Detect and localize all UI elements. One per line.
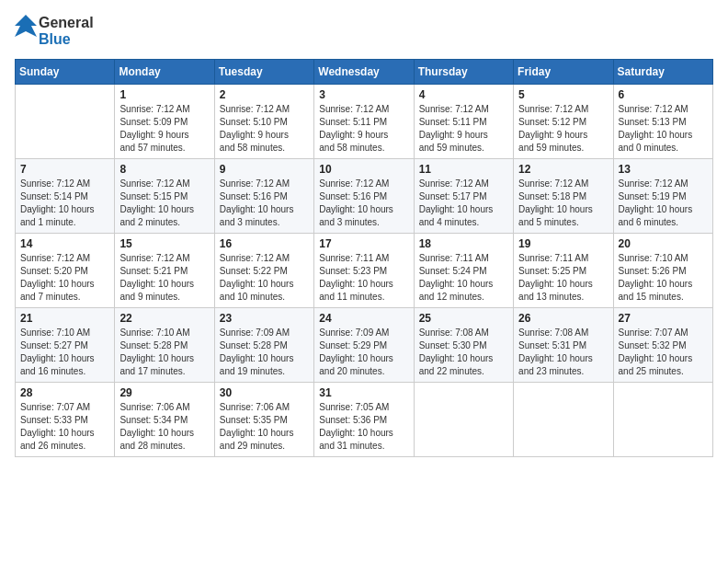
day-number: 25 [419,312,508,325]
weekday-header-thursday: Thursday [414,60,513,85]
day-info: Sunrise: 7:06 AM Sunset: 5:34 PM Dayligh… [119,401,209,453]
calendar-week-row: 21Sunrise: 7:10 AM Sunset: 5:27 PM Dayli… [16,308,713,383]
calendar-week-row: 14Sunrise: 7:12 AM Sunset: 5:20 PM Dayli… [16,234,713,308]
weekday-header-wednesday: Wednesday [314,60,414,85]
calendar-week-row: 28Sunrise: 7:07 AM Sunset: 5:33 PM Dayli… [16,383,713,457]
day-info: Sunrise: 7:12 AM Sunset: 5:20 PM Dayligh… [20,252,109,304]
calendar-cell [514,383,613,457]
calendar-cell: 14Sunrise: 7:12 AM Sunset: 5:20 PM Dayli… [16,234,115,308]
svg-marker-0 [15,15,37,37]
calendar-cell: 6Sunrise: 7:12 AM Sunset: 5:13 PM Daylig… [613,85,712,159]
calendar-cell: 18Sunrise: 7:11 AM Sunset: 5:24 PM Dayli… [414,234,513,308]
day-number: 20 [619,237,708,250]
day-number: 21 [20,312,109,325]
day-number: 7 [20,163,109,176]
weekday-header-sunday: Sunday [16,60,115,85]
calendar-cell: 25Sunrise: 7:08 AM Sunset: 5:30 PM Dayli… [414,308,513,383]
day-info: Sunrise: 7:08 AM Sunset: 5:31 PM Dayligh… [518,327,608,378]
day-number: 11 [419,163,508,176]
calendar-cell: 15Sunrise: 7:12 AM Sunset: 5:21 PM Dayli… [115,234,214,308]
calendar-cell: 28Sunrise: 7:07 AM Sunset: 5:33 PM Dayli… [16,383,115,457]
calendar-cell: 11Sunrise: 7:12 AM Sunset: 5:17 PM Dayli… [414,159,513,234]
day-info: Sunrise: 7:12 AM Sunset: 5:11 PM Dayligh… [419,103,508,155]
calendar-cell: 5Sunrise: 7:12 AM Sunset: 5:12 PM Daylig… [514,85,613,159]
calendar-cell: 27Sunrise: 7:07 AM Sunset: 5:32 PM Dayli… [613,308,712,383]
calendar-cell: 13Sunrise: 7:12 AM Sunset: 5:19 PM Dayli… [613,159,712,234]
day-info: Sunrise: 7:11 AM Sunset: 5:23 PM Dayligh… [319,252,408,304]
calendar-week-row: 7Sunrise: 7:12 AM Sunset: 5:14 PM Daylig… [16,159,713,234]
day-number: 16 [220,237,309,250]
calendar-week-row: 1Sunrise: 7:12 AM Sunset: 5:09 PM Daylig… [16,85,713,159]
day-number: 17 [319,237,408,250]
day-number: 8 [119,163,209,176]
logo-bird-icon [15,15,37,48]
day-number: 24 [319,312,408,325]
calendar-cell: 10Sunrise: 7:12 AM Sunset: 5:16 PM Dayli… [314,159,414,234]
calendar-header-row: SundayMondayTuesdayWednesdayThursdayFrid… [16,60,713,85]
logo: General Blue [15,15,94,48]
day-info: Sunrise: 7:12 AM Sunset: 5:12 PM Dayligh… [518,103,608,155]
day-number: 29 [119,386,209,399]
day-info: Sunrise: 7:12 AM Sunset: 5:09 PM Dayligh… [119,103,209,155]
calendar-cell: 21Sunrise: 7:10 AM Sunset: 5:27 PM Dayli… [16,308,115,383]
day-info: Sunrise: 7:10 AM Sunset: 5:28 PM Dayligh… [119,327,209,378]
calendar-cell: 17Sunrise: 7:11 AM Sunset: 5:23 PM Dayli… [314,234,414,308]
calendar-cell: 24Sunrise: 7:09 AM Sunset: 5:29 PM Dayli… [314,308,414,383]
day-number: 31 [319,386,408,399]
day-number: 28 [20,386,109,399]
calendar-cell: 30Sunrise: 7:06 AM Sunset: 5:35 PM Dayli… [214,383,313,457]
calendar-cell: 7Sunrise: 7:12 AM Sunset: 5:14 PM Daylig… [16,159,115,234]
day-info: Sunrise: 7:09 AM Sunset: 5:28 PM Dayligh… [220,327,309,378]
calendar-cell: 20Sunrise: 7:10 AM Sunset: 5:26 PM Dayli… [613,234,712,308]
day-number: 12 [518,163,608,176]
calendar-cell [414,383,513,457]
calendar-cell: 2Sunrise: 7:12 AM Sunset: 5:10 PM Daylig… [214,85,313,159]
weekday-header-saturday: Saturday [613,60,712,85]
calendar-cell: 23Sunrise: 7:09 AM Sunset: 5:28 PM Dayli… [214,308,313,383]
day-info: Sunrise: 7:12 AM Sunset: 5:17 PM Dayligh… [419,178,508,229]
day-info: Sunrise: 7:05 AM Sunset: 5:36 PM Dayligh… [319,401,408,453]
day-info: Sunrise: 7:06 AM Sunset: 5:35 PM Dayligh… [220,401,309,453]
calendar-cell: 3Sunrise: 7:12 AM Sunset: 5:11 PM Daylig… [314,85,414,159]
calendar-cell: 16Sunrise: 7:12 AM Sunset: 5:22 PM Dayli… [214,234,313,308]
day-number: 27 [619,312,708,325]
day-info: Sunrise: 7:11 AM Sunset: 5:24 PM Dayligh… [419,252,508,304]
calendar-cell [16,85,115,159]
calendar-cell: 1Sunrise: 7:12 AM Sunset: 5:09 PM Daylig… [115,85,214,159]
calendar-cell: 4Sunrise: 7:12 AM Sunset: 5:11 PM Daylig… [414,85,513,159]
day-number: 2 [220,88,309,101]
day-info: Sunrise: 7:12 AM Sunset: 5:16 PM Dayligh… [220,178,309,229]
header: General Blue [15,15,713,48]
day-number: 14 [20,237,109,250]
day-info: Sunrise: 7:10 AM Sunset: 5:26 PM Dayligh… [619,252,708,304]
day-number: 3 [319,88,408,101]
day-info: Sunrise: 7:12 AM Sunset: 5:22 PM Dayligh… [220,252,309,304]
day-number: 26 [518,312,608,325]
day-info: Sunrise: 7:07 AM Sunset: 5:33 PM Dayligh… [20,401,109,453]
day-info: Sunrise: 7:12 AM Sunset: 5:13 PM Dayligh… [619,103,708,155]
day-info: Sunrise: 7:08 AM Sunset: 5:30 PM Dayligh… [419,327,508,378]
day-number: 23 [220,312,309,325]
day-number: 15 [119,237,209,250]
calendar-cell: 8Sunrise: 7:12 AM Sunset: 5:15 PM Daylig… [115,159,214,234]
weekday-header-friday: Friday [514,60,613,85]
day-number: 6 [619,88,708,101]
day-info: Sunrise: 7:10 AM Sunset: 5:27 PM Dayligh… [20,327,109,378]
calendar-table: SundayMondayTuesdayWednesdayThursdayFrid… [15,59,713,457]
day-number: 13 [619,163,708,176]
day-number: 5 [518,88,608,101]
day-number: 1 [119,88,209,101]
weekday-header-monday: Monday [115,60,214,85]
day-info: Sunrise: 7:07 AM Sunset: 5:32 PM Dayligh… [619,327,708,378]
calendar-cell: 26Sunrise: 7:08 AM Sunset: 5:31 PM Dayli… [514,308,613,383]
calendar-cell: 22Sunrise: 7:10 AM Sunset: 5:28 PM Dayli… [115,308,214,383]
day-number: 4 [419,88,508,101]
day-info: Sunrise: 7:12 AM Sunset: 5:19 PM Dayligh… [619,178,708,229]
day-info: Sunrise: 7:12 AM Sunset: 5:15 PM Dayligh… [119,178,209,229]
day-number: 19 [518,237,608,250]
calendar-cell: 9Sunrise: 7:12 AM Sunset: 5:16 PM Daylig… [214,159,313,234]
calendar-cell [613,383,712,457]
day-info: Sunrise: 7:12 AM Sunset: 5:16 PM Dayligh… [319,178,408,229]
day-number: 22 [119,312,209,325]
day-number: 18 [419,237,508,250]
